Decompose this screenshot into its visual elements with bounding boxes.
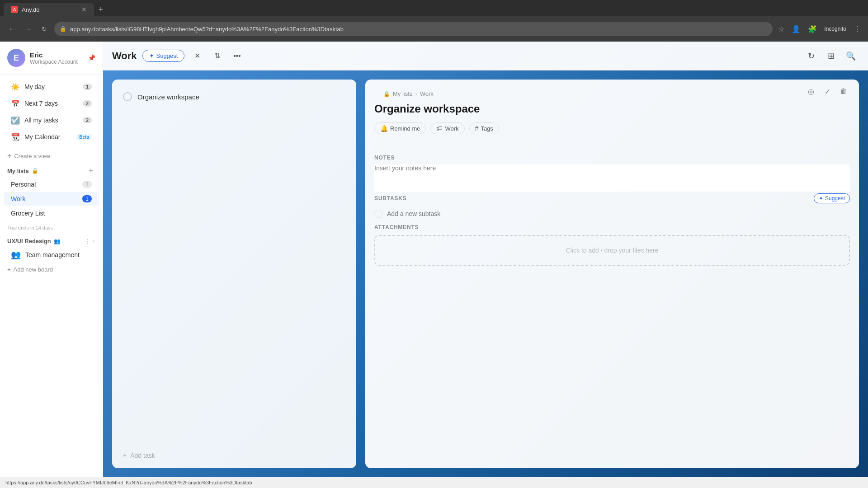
pin-icon[interactable]: 📌 [88,54,95,61]
search-button[interactable]: 🔍 [843,48,859,64]
breadcrumb-lock-icon: 🔒 [383,91,390,97]
attachments-section: ATTACHMENTS Click to add / drop your fil… [374,224,850,266]
next-7-days-badge: 2 [83,100,92,107]
work-count: 1 [82,195,92,202]
my-lists-section-header: My lists 🔒 + [0,163,103,177]
attachments-section-label: ATTACHMENTS [374,224,850,230]
drop-zone-text: Click to add / drop your files here [566,247,659,254]
more-button[interactable]: ••• [230,49,244,63]
add-subtask-input[interactable] [387,210,850,217]
detail-task-title[interactable]: Organize workspace [374,99,850,119]
task-panel: Organize workspace + Add task [112,80,356,468]
layout-button[interactable]: ⊞ [823,48,839,64]
create-view-plus-icon: + [7,152,11,160]
task-checkbox[interactable] [123,92,132,101]
subtask-checkbox[interactable] [374,210,382,218]
sort-button[interactable]: ⇅ [210,49,224,63]
browser-nav: ← → ↻ 🔒 app.any.do/tasks/lists/iG98HTIvg… [0,16,868,42]
sidebar-item-all-tasks[interactable]: ☑️ All my tasks 2 [4,112,99,128]
suggest-subtask-button[interactable]: ✦ Suggest [814,193,850,203]
bookmark-star-icon[interactable]: ☆ [776,23,786,35]
team-management-label: Team management [25,251,80,258]
suggest-button[interactable]: ✦ Suggest [142,50,185,62]
nav-section: ☀️ My day 1 📅 Next 7 days 2 ☑️ All my ta… [0,75,103,149]
sidebar-item-grocery[interactable]: Grocery List [4,206,99,220]
sidebar-item-next-7-days[interactable]: 📅 Next 7 days 2 [4,95,99,112]
notes-section-label: NOTES [374,155,850,161]
close-button[interactable]: ✕ [190,49,204,63]
delete-button[interactable]: 🗑 [837,85,850,98]
workspace-dots-icon[interactable]: ⋮ [85,238,90,244]
close-tab-button[interactable]: ✕ [81,6,87,13]
tab-title: Any.do [22,6,78,13]
detail-meta: 🔔 Remind me 🏷 Work # Tags [374,122,850,134]
tags-chip[interactable]: # Tags [469,122,499,134]
task-panel-footer: + Add task [112,442,356,468]
board-item-team-management[interactable]: 👥 Team management [4,247,99,263]
detail-header: Organize workspace 🔔 Remind me 🏷 Work # [365,99,859,140]
refresh-button[interactable]: ↻ [803,48,819,64]
work-label: Work [11,195,82,202]
user-name: Eric [30,51,83,59]
extension-icon[interactable]: 🧩 [806,23,819,35]
forward-button[interactable]: → [22,23,34,35]
profile-icon[interactable]: 👤 [790,23,802,35]
next-7-days-label: Next 7 days [24,100,78,107]
detail-panel-header-area: 🔒 My lists › Work ◎ ✓ 🗑 [365,80,859,99]
focus-mode-button[interactable]: ◎ [805,85,817,98]
complete-button[interactable]: ✓ [821,85,834,98]
reload-button[interactable]: ↻ [38,23,51,35]
add-board-button[interactable]: + Add new board [0,263,103,276]
avatar[interactable]: E [7,49,25,67]
team-management-icon: 👥 [11,250,21,260]
address-bar[interactable]: 🔒 app.any.do/tasks/lists/iG98HTIvgh9piAh… [54,22,773,36]
my-day-icon: ☀️ [11,82,20,91]
add-board-plus-icon: + [7,266,11,273]
create-view-button[interactable]: + Create a view [0,149,103,163]
file-drop-zone[interactable]: Click to add / drop your files here [374,235,850,266]
breadcrumb: 🔒 My lists › Work [374,85,850,99]
menu-button[interactable]: ⋮ [852,23,863,35]
trial-section: Trial ends in 14 days [0,221,103,234]
remind-me-label: Remind me [390,125,420,132]
user-section: E Eric Workspace Account 📌 [0,42,103,75]
incognito-label: Incognito [822,24,848,34]
more-icon: ••• [233,52,241,60]
workspace-add-icon[interactable]: + [92,238,95,244]
table-row[interactable]: Organize workspace [119,87,349,107]
close-icon: ✕ [194,52,200,60]
layout-icon: ⊞ [828,51,835,61]
notes-input[interactable] [374,164,850,192]
new-tab-button[interactable]: + [94,3,108,16]
back-button[interactable]: ← [5,23,18,35]
detail-panel: 🔒 My lists › Work ◎ ✓ 🗑 [365,80,859,468]
add-task-button[interactable]: + Add task [119,448,349,463]
work-tag-chip[interactable]: 🏷 Work [430,122,464,134]
detail-body: NOTES SUBTASKS ✦ Suggest [365,140,859,468]
next-7-days-icon: 📅 [11,99,20,108]
create-view-label: Create a view [14,153,50,160]
breadcrumb-parent[interactable]: My lists [393,90,412,97]
focus-icon: ◎ [808,87,814,96]
sidebar-item-work[interactable]: Work 1 [4,192,99,206]
add-subtask-row[interactable] [374,207,850,221]
sidebar-item-my-day[interactable]: ☀️ My day 1 [4,79,99,95]
beta-badge: Beta [76,134,92,140]
breadcrumb-current[interactable]: Work [420,90,434,97]
browser-chrome: A Any.do ✕ + ← → ↻ 🔒 app.any.do/tasks/li… [0,0,868,42]
grocery-label: Grocery List [11,210,92,217]
task-list: Organize workspace [112,80,356,442]
suggest-label: Suggest [156,52,178,59]
user-role: Workspace Account [30,59,83,65]
sidebar-item-personal[interactable]: Personal 1 [4,178,99,191]
add-board-label: Add new board [14,266,53,273]
remind-me-chip[interactable]: 🔔 Remind me [374,122,426,134]
add-list-button[interactable]: + [86,166,95,175]
active-tab[interactable]: A Any.do ✕ [4,3,94,16]
search-icon: 🔍 [846,51,856,61]
browser-tabs: A Any.do ✕ + [0,0,868,16]
personal-count: 1 [82,181,92,188]
sidebar-item-calendar[interactable]: 📆 My Calendar Beta [4,129,99,145]
url-display: app.any.do/tasks/lists/iG98HTIvgh9piAhmb… [70,26,344,33]
tags-label: Tags [481,125,493,132]
